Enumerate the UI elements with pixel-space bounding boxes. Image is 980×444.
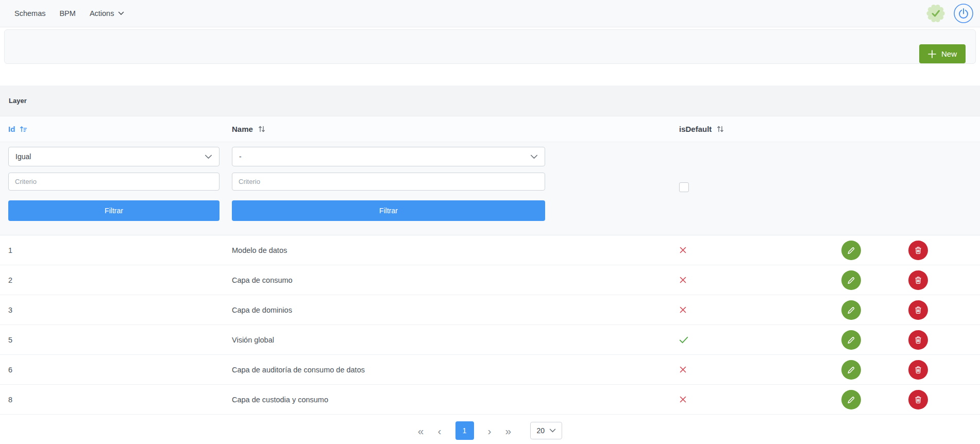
column-header-isdefault[interactable]: isDefault <box>679 125 818 133</box>
nav-item-label: Schemas <box>14 9 45 18</box>
row-id: 2 <box>8 276 12 284</box>
default-no-icon <box>679 246 687 254</box>
row-name: Modelo de datos <box>232 246 287 254</box>
default-no-icon <box>679 306 687 314</box>
default-no-icon <box>679 276 687 284</box>
cell-name: Modelo de datos <box>232 246 679 254</box>
filter-name-button[interactable]: Filtrar <box>232 200 545 221</box>
row-name: Capa de auditoría de consumo de datos <box>232 366 365 374</box>
table-row: 6 Capa de auditoría de consumo de datos <box>0 355 980 385</box>
name-operator-select[interactable]: - <box>232 147 545 166</box>
cell-id: 5 <box>8 336 232 344</box>
chevron-down-icon <box>205 155 212 159</box>
cell-isdefault <box>679 366 818 373</box>
nav-item-label: Actions <box>90 9 114 18</box>
pencil-icon <box>846 365 856 375</box>
default-no-icon <box>679 396 687 403</box>
row-name: Capa de consumo <box>232 276 293 284</box>
table-caption: Layer <box>0 86 980 116</box>
column-header-name[interactable]: Name <box>232 125 679 133</box>
cell-isdefault <box>679 306 818 314</box>
trash-icon <box>914 276 923 285</box>
pencil-icon <box>846 395 856 405</box>
cell-id: 8 <box>8 396 232 404</box>
default-no-icon <box>679 366 687 373</box>
navbar-right <box>926 3 974 24</box>
isdefault-filter-checkbox[interactable] <box>679 182 689 192</box>
cell-id: 3 <box>8 306 232 314</box>
trash-icon <box>914 395 923 404</box>
column-header-id[interactable]: Id <box>8 125 232 133</box>
column-header-label: isDefault <box>679 125 712 133</box>
delete-button[interactable] <box>908 360 928 380</box>
edit-button[interactable] <box>841 241 861 260</box>
trash-icon <box>914 365 923 374</box>
trash-icon <box>914 335 923 345</box>
current-page-button[interactable]: 1 <box>455 421 474 440</box>
cell-id: 6 <box>8 366 232 374</box>
cell-isdefault <box>679 276 818 284</box>
default-yes-icon <box>679 336 688 344</box>
delete-button[interactable] <box>908 270 928 290</box>
pagination: « ‹ 1 › » 20 <box>0 421 980 440</box>
sort-ascending-icon <box>20 125 27 133</box>
trash-icon <box>914 305 923 315</box>
first-page-button[interactable]: « <box>418 425 424 436</box>
cell-isdefault <box>679 396 818 403</box>
previous-page-button[interactable]: ‹ <box>438 425 442 436</box>
delete-button[interactable] <box>908 390 928 409</box>
cell-name: Capa de dominios <box>232 306 679 314</box>
nav-item-label: BPM <box>59 9 75 18</box>
filter-operator-row: Igual - <box>0 147 980 166</box>
cell-name: Capa de consumo <box>232 276 679 284</box>
edit-button[interactable] <box>841 330 861 350</box>
delete-button[interactable] <box>908 241 928 260</box>
delete-button[interactable] <box>908 300 928 320</box>
pencil-icon <box>846 275 856 285</box>
nav-item-bpm[interactable]: BPM <box>59 9 75 18</box>
page-size-value: 20 <box>536 426 545 435</box>
cell-isdefault <box>679 246 818 254</box>
id-operator-select[interactable]: Igual <box>8 147 219 166</box>
next-page-button[interactable]: › <box>488 425 492 436</box>
filter-id-button[interactable]: Filtrar <box>8 200 219 221</box>
cell-isdefault <box>679 336 818 344</box>
new-button-label: New <box>941 49 957 58</box>
cell-id: 1 <box>8 246 232 254</box>
plus-icon <box>928 50 936 58</box>
delete-button[interactable] <box>908 330 928 350</box>
name-criteria-input[interactable] <box>232 173 545 191</box>
selected-operator: Igual <box>15 152 31 161</box>
edit-button[interactable] <box>841 390 861 409</box>
page-size-select[interactable]: 20 <box>530 422 562 439</box>
power-icon <box>953 3 974 24</box>
cell-id: 2 <box>8 276 232 284</box>
row-id: 6 <box>8 366 12 374</box>
edit-button[interactable] <box>841 270 861 290</box>
row-name: Capa de dominios <box>232 306 292 314</box>
last-page-button[interactable]: » <box>505 425 512 436</box>
column-header-label: Name <box>232 125 253 133</box>
filter-criteria-row <box>0 171 980 192</box>
nav-item-schemas[interactable]: Schemas <box>14 9 45 18</box>
table-row: 1 Modelo de datos <box>0 235 980 265</box>
nav-item-actions[interactable]: Actions <box>90 9 125 18</box>
table-row: 2 Capa de consumo <box>0 265 980 295</box>
column-header-label: Id <box>8 125 15 133</box>
row-name: Visión global <box>232 336 274 344</box>
filter-zone: Igual - Filtrar Filtrar <box>0 142 980 235</box>
layer-table: Layer Id Name isDefault <box>0 86 980 440</box>
toolbar-panel: New <box>4 29 976 64</box>
edit-button[interactable] <box>841 300 861 320</box>
new-button[interactable]: New <box>919 44 966 63</box>
id-criteria-input[interactable] <box>8 173 219 191</box>
edit-button[interactable] <box>841 360 861 380</box>
row-id: 5 <box>8 336 12 344</box>
row-id: 8 <box>8 396 12 404</box>
pencil-icon <box>846 245 856 255</box>
filter-button-row: Filtrar Filtrar <box>0 200 980 221</box>
row-name: Capa de custodia y consumo <box>232 396 328 404</box>
power-logout-button[interactable] <box>953 3 974 24</box>
table-header-row: Id Name isDefault <box>0 116 980 142</box>
selected-operator: - <box>239 152 242 161</box>
